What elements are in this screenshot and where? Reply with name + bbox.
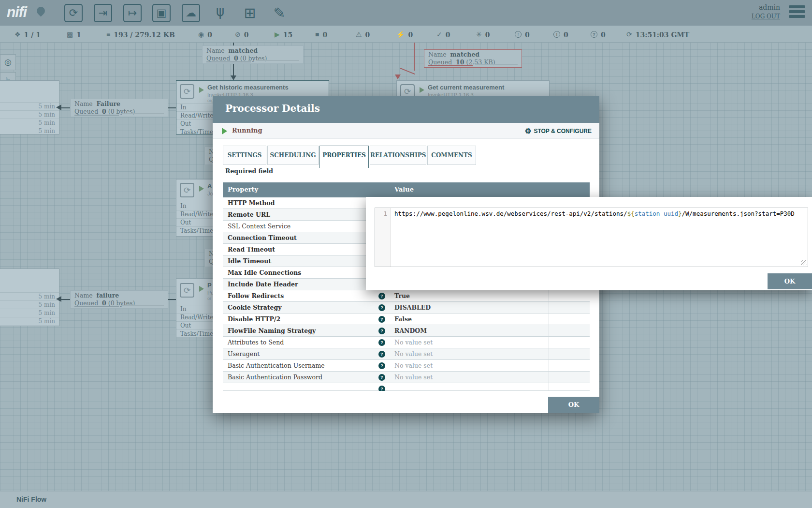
help-icon[interactable]: ? [378, 351, 385, 358]
stat-up-to-date: ✓0 [436, 26, 450, 43]
running-icon [199, 186, 204, 192]
connection-label-matched-alert[interactable]: Name matched Queued 10 (2.53 KB) [424, 49, 522, 68]
funnel-icon[interactable]: ⋔ [211, 4, 230, 22]
stat-window: 5 min [39, 120, 55, 126]
compass-icon[interactable]: ◎ [0, 54, 16, 70]
queued-count: 0 [102, 299, 106, 307]
property-row[interactable]: Basic Authentication Password?No value s… [223, 372, 590, 383]
tab-comments[interactable]: COMMENTS [427, 146, 476, 165]
stat-refresh[interactable]: ⟳13:51:03 GMT [626, 26, 689, 43]
stat-value: 0 [485, 31, 490, 39]
current-user: admin [752, 3, 780, 11]
resize-handle[interactable] [801, 260, 807, 266]
help-icon[interactable]: ? [378, 293, 385, 299]
stat-label: Read/Write [180, 112, 213, 119]
stat-window: 5 min [39, 293, 55, 300]
input-port-icon[interactable]: ⇥ [94, 4, 112, 22]
check-icon: ✓ [436, 26, 442, 43]
help-icon[interactable]: ? [378, 328, 385, 334]
property-row-partial[interactable]: ? [223, 383, 590, 391]
queued-label: Queued [74, 299, 98, 307]
processor-clipped-top-left[interactable]: 5 min 5 min 5 min 5 min [0, 80, 59, 134]
stat-window: 5 min [39, 301, 55, 308]
value-editor[interactable]: 1 https://www.pegelonline.wsv.de/webserv… [375, 208, 808, 267]
tab-scheduling[interactable]: SCHEDULING [267, 146, 319, 165]
cluster-icon: ❖ [14, 26, 21, 43]
stat-label: Out [180, 120, 191, 127]
property-row[interactable]: Basic Authentication Username?No value s… [223, 360, 590, 372]
stat-label: Read/Write [180, 211, 213, 218]
line-number: 1 [383, 210, 387, 217]
output-port-icon[interactable]: ↦ [123, 4, 142, 22]
running-icon [199, 286, 204, 292]
remote-url-value[interactable]: https://www.pegelonline.wsv.de/webservic… [394, 210, 806, 217]
status-bar: ❖1 / 1 ▩1 ≡193 / 279.12 KB ◉0 ⊘0 ▶15 ■0 … [0, 26, 812, 43]
remote-process-group-icon[interactable]: ☁ [182, 4, 200, 22]
help-icon[interactable]: ? [378, 316, 385, 323]
stop-configure-label: STOP & CONFIGURE [534, 128, 592, 134]
logout-link[interactable]: LOG OUT [752, 13, 780, 20]
connection-name: failure [97, 292, 119, 299]
template-icon[interactable]: ⊞ [241, 4, 259, 22]
help-icon[interactable]: ? [378, 374, 385, 381]
property-row[interactable]: FlowFile Naming Strategy?RANDOM [223, 325, 590, 337]
tab-properties[interactable]: PROPERTIES [319, 146, 369, 168]
arrow-left-icon [56, 105, 61, 110]
connection-name: matched [450, 51, 480, 58]
processor-clipped-bottom-left[interactable]: 5 min 5 min 5 min 5 min [0, 269, 59, 326]
connection-label-failure[interactable]: Name Failure Queued 0 (0 bytes) [70, 99, 168, 117]
dialog-header: Processor Details [213, 96, 599, 123]
name-label: Name [74, 292, 93, 299]
stat-cluster: ❖1 / 1 [14, 26, 41, 43]
connection-label-matched[interactable]: Name matched Queued 0 (0 bytes) [202, 45, 304, 64]
connection-line-alert [400, 68, 415, 75]
stat-stale: ↑0 [515, 26, 530, 43]
property-row[interactable]: Disable HTTP/2?False [223, 314, 590, 325]
queued-count: 10 [456, 59, 464, 66]
stop-icon: ■ [315, 26, 319, 43]
connection-label-failure-2[interactable]: Name failure Queued 0 (0 bytes) [70, 290, 168, 309]
label-icon[interactable]: ✎ [270, 4, 289, 22]
help-icon[interactable]: ? [378, 339, 385, 346]
property-row[interactable]: Follow Redirects?True [223, 290, 590, 302]
property-row[interactable]: Cookie Strategy?DISABLED [223, 302, 590, 314]
name-label: Name [206, 47, 225, 54]
breadcrumb-bar: NiFi Flow [0, 491, 812, 508]
help-icon[interactable]: ? [378, 362, 385, 369]
property-row[interactable]: Useragent?No value set [223, 348, 590, 360]
arrow-up-circle-icon: ↑ [515, 31, 522, 38]
running-icon [222, 128, 227, 134]
help-icon[interactable]: ? [378, 386, 385, 391]
queued-count: 0 [102, 108, 106, 115]
property-row[interactable]: Attributes to Send?No value set [223, 337, 590, 348]
stop-configure-button[interactable]: ⚙STOP & CONFIGURE [525, 127, 592, 135]
nifi-app: nifi ⟳ ⇥ ↦ ▣ ☁ ⋔ ⊞ ✎ admin LOG OUT ❖1 / … [0, 0, 812, 508]
editor-ok-button[interactable]: OK [768, 273, 812, 289]
exclamation-circle-icon: ! [553, 31, 560, 38]
processor-bundle: or [207, 296, 211, 301]
dialog-ok-button[interactable]: OK [548, 397, 599, 413]
stat-value: 0 [601, 31, 606, 39]
processor-type: Jo [207, 191, 213, 196]
not-transmitting-icon: ⊘ [235, 26, 241, 43]
threads-icon: ▩ [67, 26, 73, 43]
arrow-down-icon [231, 75, 236, 80]
global-menu-icon[interactable] [789, 5, 805, 20]
stat-window: 5 min [39, 103, 55, 110]
stat-label: In [180, 203, 186, 209]
process-group-icon[interactable]: ▣ [152, 4, 171, 22]
user-area: admin LOG OUT [752, 3, 780, 20]
connection-name: matched [229, 47, 258, 54]
question-circle-icon: ? [591, 31, 597, 38]
processor-icon[interactable]: ⟳ [64, 4, 83, 22]
stat-stopped: ■0 [315, 26, 327, 43]
tab-settings[interactable]: SETTINGS [223, 146, 266, 165]
nifi-logo: nifi [7, 4, 27, 20]
stat-value: 1 / 1 [24, 31, 41, 39]
breadcrumb[interactable]: NiFi Flow [16, 495, 46, 503]
properties-table-header: Property Value [223, 182, 590, 197]
help-icon[interactable]: ? [378, 304, 385, 311]
tab-relationships[interactable]: RELATIONSHIPS [370, 146, 426, 165]
invokehttp-icon: ⟳ [180, 84, 194, 99]
stat-running: ▶15 [275, 26, 292, 43]
